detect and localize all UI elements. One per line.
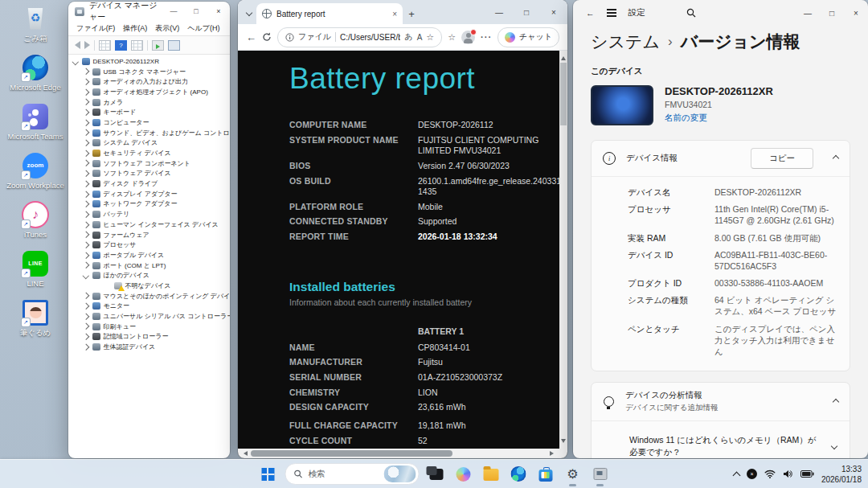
back-icon[interactable] xyxy=(75,41,80,49)
tree-item[interactable]: ネットワーク アダプター xyxy=(68,199,230,210)
collapse-chevron-icon[interactable] xyxy=(833,155,839,162)
expand-chevron-icon[interactable] xyxy=(83,68,89,75)
volume-icon[interactable] xyxy=(783,470,793,478)
expand-chevron-icon[interactable] xyxy=(83,323,89,330)
tree-item[interactable]: DESKTOP-2026112XR xyxy=(68,56,230,67)
close-button[interactable]: × xyxy=(844,0,868,26)
tree-item[interactable]: キーボード xyxy=(68,107,230,117)
tree-item[interactable]: USB コネクタ マネージャー xyxy=(68,67,230,77)
expand-chevron-icon[interactable] xyxy=(83,221,89,228)
address-bar[interactable]: ファイル C:/Users/USER/bat... あ A ☆ xyxy=(277,27,442,47)
file-explorer-icon[interactable] xyxy=(481,464,502,485)
tree-item[interactable]: 不明なデバイス xyxy=(68,281,230,291)
desktop-icon[interactable]: ごみ箱 xyxy=(5,3,66,45)
vertical-scrollbar[interactable] xyxy=(559,51,567,449)
copilot-chat-button[interactable]: チャット xyxy=(497,27,559,47)
desktop-icon[interactable]: Microsoft Edge xyxy=(5,52,66,94)
minimize-button[interactable]: — xyxy=(485,0,513,24)
expand-chevron-icon[interactable] xyxy=(83,181,89,187)
new-tab-button[interactable]: + xyxy=(403,3,420,24)
expand-chevron-icon[interactable] xyxy=(83,109,89,116)
favorite-star-icon[interactable]: ☆ xyxy=(426,32,434,43)
tray-app-icon[interactable]: × xyxy=(747,469,757,479)
forward-icon[interactable] xyxy=(84,41,90,49)
refresh-icon[interactable] xyxy=(262,32,272,42)
address-url[interactable]: C:/Users/USER/bat... xyxy=(340,33,400,42)
tree-item[interactable]: 生体認証デバイス xyxy=(68,342,230,352)
back-icon[interactable]: ← xyxy=(246,31,256,43)
maximize-button[interactable]: □ xyxy=(513,0,540,24)
settings-gear-icon[interactable]: ⚙ xyxy=(563,464,583,485)
tree-item[interactable]: カメラ xyxy=(68,97,230,108)
scrollbar-thumb[interactable] xyxy=(251,450,452,457)
collapse-chevron-icon[interactable] xyxy=(833,398,839,404)
favorites-bar-icon[interactable]: ☆ xyxy=(448,32,456,43)
more-menu-icon[interactable]: ··· xyxy=(481,32,492,42)
profile-avatar[interactable] xyxy=(461,31,475,44)
page-info-icon[interactable] xyxy=(285,33,294,42)
tree-item[interactable]: ヒューマン インターフェイス デバイス xyxy=(68,219,230,230)
desktop-icon[interactable]: Zoom Workplace xyxy=(5,150,66,192)
expand-chevron-icon[interactable] xyxy=(83,79,89,85)
expand-chevron-icon[interactable] xyxy=(83,191,89,197)
expand-chevron-icon[interactable] xyxy=(83,344,89,351)
expand-chevron-icon[interactable] xyxy=(83,129,89,136)
tree-item[interactable]: 記憶域コントローラー xyxy=(68,332,230,342)
scan-hardware-icon[interactable] xyxy=(152,40,164,51)
expand-chevron-icon[interactable] xyxy=(83,303,89,310)
tree-item[interactable]: マウスとそのほかのポインティング デバイス xyxy=(68,291,230,301)
tree-item[interactable]: ファームウェア xyxy=(68,230,230,240)
help-icon[interactable]: ? xyxy=(115,40,127,51)
expand-chevron-icon[interactable] xyxy=(83,160,89,166)
taskbar-clock[interactable]: 13:33 2026/01/18 xyxy=(821,464,862,485)
expand-chevron-icon[interactable] xyxy=(83,242,89,248)
tree-item[interactable]: コンピューター xyxy=(68,117,230,128)
expand-chevron-icon[interactable] xyxy=(83,120,89,126)
tree-item[interactable]: バッテリ xyxy=(68,209,230,219)
breadcrumb-system[interactable]: システム xyxy=(591,31,660,53)
copilot-icon[interactable] xyxy=(453,464,474,485)
expand-chevron-icon[interactable] xyxy=(83,334,89,340)
properties-icon[interactable] xyxy=(131,40,143,51)
device-info-header[interactable]: i デバイス情報 コピー xyxy=(592,141,850,176)
translate-icon[interactable]: あ xyxy=(404,31,412,43)
wifi-icon[interactable] xyxy=(764,470,776,478)
search-highlight-image[interactable] xyxy=(384,465,416,482)
tree-item[interactable]: プロセッサ xyxy=(68,240,230,250)
tree-item[interactable]: ポート (COM と LPT) xyxy=(68,260,230,271)
tree-item[interactable]: セキュリティ デバイス xyxy=(68,148,230,158)
tree-item[interactable]: オーディオの入力および出力 xyxy=(68,76,230,87)
expand-chevron-icon[interactable] xyxy=(83,99,89,105)
task-view-icon[interactable] xyxy=(426,464,447,485)
store-icon[interactable] xyxy=(535,464,556,485)
menu-item[interactable]: ヘルプ(H) xyxy=(184,23,223,34)
tree-item[interactable]: モニター xyxy=(68,301,230,312)
expand-chevron-icon[interactable] xyxy=(83,201,89,207)
tree-item[interactable]: ディスプレイ アダプター xyxy=(68,189,230,199)
expand-chevron-icon[interactable] xyxy=(83,314,89,320)
read-aloud-icon[interactable]: A xyxy=(417,33,423,42)
expand-chevron-icon[interactable] xyxy=(83,211,89,218)
battery-icon[interactable] xyxy=(800,470,814,478)
edge-icon[interactable] xyxy=(508,464,529,485)
expand-chevron-icon[interactable] xyxy=(83,89,89,96)
scroll-left-icon[interactable] xyxy=(241,451,248,456)
maximize-button[interactable]: □ xyxy=(820,0,844,26)
back-icon[interactable]: ← xyxy=(586,8,595,18)
expand-chevron-icon[interactable] xyxy=(83,140,89,146)
desktop-icon[interactable]: LINE xyxy=(5,248,66,290)
tree-item[interactable]: ポータブル デバイス xyxy=(68,250,230,260)
scrollbar-thumb[interactable] xyxy=(560,63,567,125)
hamburger-menu-icon[interactable] xyxy=(607,12,616,14)
update-driver-icon[interactable] xyxy=(168,40,180,51)
tree-item[interactable]: 印刷キュー xyxy=(68,322,230,332)
taskbar-search-box[interactable]: 検索 xyxy=(285,463,420,485)
minimize-button[interactable]: — xyxy=(796,0,820,26)
expand-chevron-icon[interactable] xyxy=(83,262,89,269)
tree-item[interactable]: ディスク ドライブ xyxy=(68,178,230,189)
tray-chevron-icon[interactable] xyxy=(732,471,740,479)
desktop-icon[interactable]: 筆ぐるめ xyxy=(5,297,66,339)
tree-item[interactable]: オーディオ処理オブジェクト (APO) xyxy=(68,87,230,97)
minimize-button[interactable]: — xyxy=(162,2,185,21)
tree-item[interactable]: システム デバイス xyxy=(68,138,230,149)
